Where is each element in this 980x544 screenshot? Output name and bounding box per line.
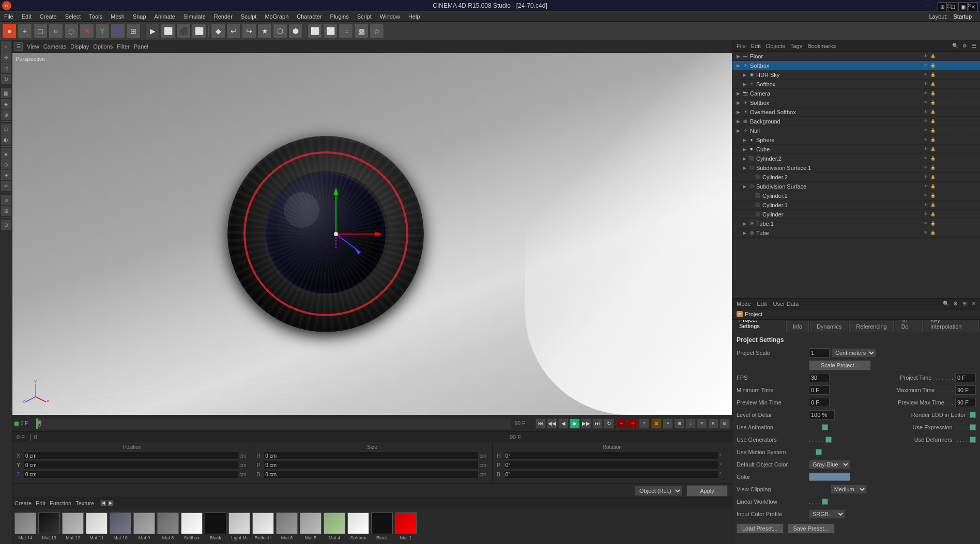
material-item-6[interactable]: Mat.8 bbox=[157, 512, 179, 540]
vis-icon-1[interactable]: 🔒 bbox=[929, 191, 937, 200]
toolbar-obj6-btn[interactable]: ⬢ bbox=[288, 24, 303, 38]
vis-icon-4[interactable]: · bbox=[951, 107, 958, 117]
material-item-8[interactable]: Black bbox=[205, 512, 226, 540]
pb-next-key[interactable]: ▶▶ bbox=[581, 418, 591, 429]
objm-filter[interactable]: ☰ bbox=[970, 42, 978, 50]
vis-icon-6[interactable]: · bbox=[966, 219, 973, 228]
object-row-18[interactable]: ▶◎Tube.1👁🔒······ bbox=[732, 219, 980, 228]
tl-sound-btn[interactable]: ♪ bbox=[685, 418, 696, 429]
rec-motion[interactable]: ? bbox=[639, 418, 649, 429]
vis-icon-5[interactable]: · bbox=[958, 200, 966, 210]
vis-icon-4[interactable]: · bbox=[951, 210, 958, 219]
vis-icon-2[interactable]: · bbox=[937, 89, 944, 98]
vis-icon-1[interactable]: 🔒 bbox=[929, 228, 937, 238]
vis-icon-2[interactable]: · bbox=[937, 154, 944, 163]
object-row-15[interactable]: ⬛Cylinder.2👁🔒······ bbox=[732, 191, 980, 200]
use-expr-check[interactable] bbox=[970, 424, 976, 430]
vis-icon-0[interactable]: 👁 bbox=[922, 145, 929, 154]
use-anim-check[interactable] bbox=[822, 424, 828, 430]
rec-key[interactable]: ● bbox=[616, 418, 626, 429]
toolbar-obj5-btn[interactable]: ⬡ bbox=[273, 24, 287, 38]
vis-icon-7[interactable]: · bbox=[973, 173, 980, 182]
vis-icon-5[interactable]: · bbox=[958, 228, 966, 238]
object-row-12[interactable]: ▶⬡Subdivision Surface.1👁🔒······ bbox=[732, 163, 980, 173]
vis-icon-6[interactable]: · bbox=[966, 52, 973, 61]
vis-icon-4[interactable]: · bbox=[951, 80, 958, 89]
vis-icon-0[interactable]: 👁 bbox=[922, 135, 929, 145]
material-item-14[interactable]: Softbox bbox=[347, 512, 369, 540]
menu-create[interactable]: Create bbox=[36, 12, 61, 21]
vis-icon-1[interactable]: 🔒 bbox=[929, 200, 937, 210]
menu-select[interactable]: Select bbox=[61, 12, 85, 21]
vis-icon-3[interactable]: · bbox=[944, 191, 951, 200]
object-row-3[interactable]: ▶☀Softbox👁🔒······ bbox=[732, 80, 980, 89]
vis-icon-1[interactable]: 🔒 bbox=[929, 173, 937, 182]
vis-icon-5[interactable]: · bbox=[958, 80, 966, 89]
toolbar-circle-btn[interactable]: ○ bbox=[49, 24, 63, 38]
vis-icon-2[interactable]: · bbox=[937, 163, 944, 173]
vis-icon-4[interactable]: · bbox=[951, 163, 958, 173]
vis-icon-1[interactable]: 🔒 bbox=[929, 80, 937, 89]
rot-p-input[interactable] bbox=[504, 461, 718, 469]
size-x-input[interactable] bbox=[264, 452, 478, 460]
menu-animate[interactable]: Animate bbox=[150, 12, 179, 21]
vis-icon-2[interactable]: · bbox=[937, 182, 944, 191]
project-scale-unit[interactable]: Centimeters Meters Inches bbox=[832, 348, 876, 358]
vis-icon-3[interactable]: · bbox=[944, 154, 951, 163]
apply-button[interactable]: Apply bbox=[686, 485, 728, 496]
vis-icon-0[interactable]: 👁 bbox=[922, 163, 929, 173]
scale-project-button[interactable]: Scale Project... bbox=[809, 360, 871, 370]
vis-icon-5[interactable]: · bbox=[958, 89, 966, 98]
object-row-7[interactable]: ▶▦Background👁🔒······ bbox=[732, 117, 980, 126]
vis-icon-0[interactable]: 👁 bbox=[922, 182, 929, 191]
vis-icon-4[interactable]: · bbox=[951, 98, 958, 107]
vis-icon-0[interactable]: 👁 bbox=[922, 89, 929, 98]
toolbar-snap-btn[interactable]: ⊞ bbox=[126, 24, 141, 38]
toolbar-render-btn[interactable]: ▶ bbox=[145, 24, 160, 38]
material-item-3[interactable]: Mat.11 bbox=[86, 512, 108, 540]
vis-icon-3[interactable]: · bbox=[944, 89, 951, 98]
props-filter[interactable]: ⊞ bbox=[960, 300, 969, 308]
vis-icon-3[interactable]: · bbox=[944, 80, 951, 89]
vis-icon-6[interactable]: · bbox=[966, 80, 973, 89]
vis-icon-6[interactable]: · bbox=[966, 154, 973, 163]
vis-icon-4[interactable]: · bbox=[951, 145, 958, 154]
lt-paint-btn[interactable]: ◐ bbox=[1, 134, 11, 145]
vis-icon-2[interactable]: · bbox=[937, 228, 944, 238]
vis-icon-2[interactable]: · bbox=[937, 61, 944, 70]
vis-icon-1[interactable]: 🔒 bbox=[929, 135, 937, 145]
vis-icon-6[interactable]: · bbox=[966, 89, 973, 98]
tab-referencing[interactable]: Referencing bbox=[849, 321, 893, 332]
menu-help[interactable]: Help bbox=[404, 12, 424, 21]
vis-icon-7[interactable]: · bbox=[973, 89, 980, 98]
tl-layer-btn[interactable]: ≡ bbox=[663, 418, 673, 429]
render-lod-check[interactable] bbox=[970, 412, 976, 418]
props-mode[interactable]: Mode bbox=[734, 301, 753, 307]
lt-mirror-btn[interactable]: ⊞ bbox=[1, 206, 11, 216]
menu-simulate[interactable]: Simulate bbox=[179, 12, 210, 21]
save-preset-button[interactable]: Save Preset... bbox=[788, 523, 835, 534]
vis-icon-0[interactable]: 👁 bbox=[922, 191, 929, 200]
object-row-6[interactable]: ▶☀Overhead Softbox👁🔒······ bbox=[732, 107, 980, 117]
vis-icon-1[interactable]: 🔒 bbox=[929, 52, 937, 61]
psr-frame-input[interactable]: │ 0 bbox=[29, 434, 55, 440]
tab-project-settings[interactable]: Project Settings bbox=[732, 320, 785, 332]
material-item-12[interactable]: Mat.5 bbox=[300, 512, 321, 540]
vis-icon-4[interactable]: · bbox=[951, 182, 958, 191]
vis-icon-2[interactable]: · bbox=[937, 200, 944, 210]
material-item-1[interactable]: Mat.13 bbox=[38, 512, 60, 540]
vis-icon-2[interactable]: · bbox=[937, 117, 944, 126]
lt-spline-btn[interactable]: ≋ bbox=[1, 195, 11, 205]
vis-icon-3[interactable]: · bbox=[944, 52, 951, 61]
toolbar-display3-btn[interactable]: :::: bbox=[339, 24, 353, 38]
objm-search[interactable]: 🔍 bbox=[951, 42, 959, 50]
vis-icon-5[interactable]: · bbox=[958, 117, 966, 126]
vis-icon-7[interactable]: · bbox=[973, 219, 980, 228]
vis-icon-0[interactable]: 👁 bbox=[922, 61, 929, 70]
vis-icon-1[interactable]: 🔒 bbox=[929, 126, 937, 135]
material-item-2[interactable]: Mat.12 bbox=[62, 512, 84, 540]
vis-icon-3[interactable]: · bbox=[944, 126, 951, 135]
pb-play[interactable]: ▶ bbox=[570, 418, 580, 429]
vis-icon-2[interactable]: · bbox=[937, 98, 944, 107]
fps-input[interactable] bbox=[809, 373, 830, 382]
